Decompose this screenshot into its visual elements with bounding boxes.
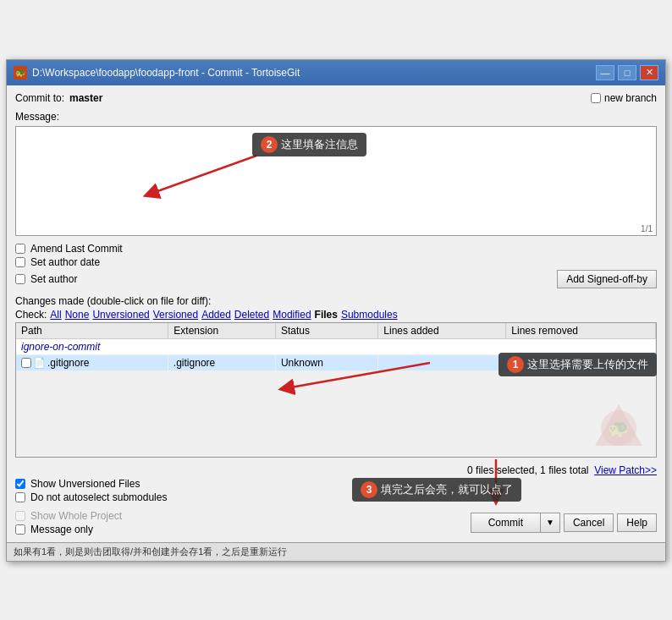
filter-added[interactable]: Added bbox=[201, 309, 231, 321]
minimize-button[interactable]: — bbox=[596, 65, 614, 80]
message-only-row: Message only bbox=[15, 524, 122, 535]
filter-row: Check: All None Unversioned Versioned Ad… bbox=[15, 309, 657, 321]
do-not-autoselect-checkbox[interactable] bbox=[15, 492, 25, 502]
annotation-one-text: 这里选择需要上传的文件 bbox=[527, 357, 648, 372]
commit-to-label: Commit to: bbox=[15, 92, 64, 104]
maximize-button[interactable]: □ bbox=[618, 65, 636, 80]
author-row: Set author Add Signed-off-by bbox=[15, 270, 657, 288]
filter-submodules[interactable]: Submodules bbox=[341, 309, 398, 321]
author-label: Set author bbox=[30, 273, 77, 285]
commit-button-group: Commit ▼ bbox=[471, 513, 560, 533]
file-status: Unknown bbox=[275, 354, 377, 371]
annotation-two-text: 这里填备注信息 bbox=[281, 137, 358, 152]
filter-versioned[interactable]: Versioned bbox=[153, 309, 198, 321]
filter-all[interactable]: All bbox=[50, 309, 61, 321]
window-title: D:\Workspace\foodapp\foodapp-front - Com… bbox=[32, 67, 300, 79]
annotation-three-text: 填完之后会亮，就可以点了 bbox=[381, 482, 513, 497]
show-whole-project-checkbox[interactable] bbox=[15, 511, 25, 521]
message-section: 1/1 2 这里填备注信息 bbox=[15, 126, 657, 236]
file-checkbox-cell: 📄 .gitignore bbox=[16, 355, 168, 371]
commit-to-row: Commit to: master new branch bbox=[15, 92, 657, 104]
new-branch-checkbox[interactable] bbox=[591, 93, 601, 103]
do-not-autoselect-row: Do not autoselect submodules bbox=[15, 491, 657, 503]
bottom-options: 0 files selected, 1 files total View Pat… bbox=[15, 464, 657, 503]
changes-section: Changes made (double-click on file for d… bbox=[15, 295, 657, 458]
title-bar: 🐢 D:\Workspace\foodapp\foodapp-front - C… bbox=[7, 60, 665, 85]
svg-text:🐢: 🐢 bbox=[608, 417, 631, 439]
new-branch-row: new branch bbox=[591, 92, 657, 104]
action-left: Show Whole Project Message only bbox=[15, 510, 122, 535]
annotation-two-bubble: 2 这里填备注信息 bbox=[252, 133, 366, 156]
action-right: 3 填完之后会亮，就可以点了 Commit ▼ Cancel Help bbox=[471, 513, 657, 533]
close-button[interactable]: ✕ bbox=[640, 65, 658, 80]
file-lines-added bbox=[378, 354, 506, 371]
options-section: Amend Last Commit Set author date Set au… bbox=[15, 243, 657, 288]
title-bar-left: 🐢 D:\Workspace\foodapp\foodapp-front - C… bbox=[14, 66, 300, 80]
check-label: Check: bbox=[15, 309, 47, 321]
file-path: .gitignore bbox=[47, 357, 89, 369]
message-only-label: Message only bbox=[30, 524, 93, 535]
branch-name: master bbox=[69, 92, 102, 104]
show-unversioned-label: Show Unversioned Files bbox=[30, 478, 140, 490]
col-path: Path bbox=[16, 323, 168, 339]
view-patch-link[interactable]: View Patch>> bbox=[594, 464, 657, 476]
author-date-row: Set author date bbox=[15, 256, 657, 268]
col-lines-removed: Lines removed bbox=[506, 323, 656, 339]
table-header-row: Path Extension Status Lines added Lines … bbox=[16, 323, 656, 339]
col-extension: Extension bbox=[168, 323, 276, 339]
title-buttons: — □ ✕ bbox=[596, 65, 658, 80]
commit-dropdown-button[interactable]: ▼ bbox=[540, 513, 560, 533]
file-table-wrapper: Path Extension Status Lines added Lines … bbox=[15, 322, 657, 458]
author-checkbox[interactable] bbox=[15, 274, 25, 284]
amend-row: Amend Last Commit bbox=[15, 243, 657, 255]
changes-label: Changes made (double-click on file for d… bbox=[15, 295, 657, 307]
help-button[interactable]: Help bbox=[617, 513, 657, 532]
amend-label: Amend Last Commit bbox=[30, 243, 123, 255]
message-only-checkbox[interactable] bbox=[15, 524, 25, 535]
files-selected-status: 0 files selected, 1 files total bbox=[467, 464, 588, 476]
cancel-button[interactable]: Cancel bbox=[564, 513, 614, 532]
window-body: Commit to: master new branch Message: 1/… bbox=[7, 85, 665, 542]
show-unversioned-row: Show Unversioned Files bbox=[15, 478, 657, 490]
col-status: Status bbox=[275, 323, 377, 339]
filter-modified[interactable]: Modified bbox=[273, 309, 311, 321]
amend-checkbox[interactable] bbox=[15, 244, 25, 254]
file-icon: 📄 bbox=[33, 357, 46, 369]
new-branch-label: new branch bbox=[604, 92, 657, 104]
main-window: 🐢 D:\Workspace\foodapp\foodapp-front - C… bbox=[6, 59, 666, 562]
status-row: 0 files selected, 1 files total View Pat… bbox=[15, 464, 657, 476]
action-row: Show Whole Project Message only 3 填完之后会亮… bbox=[15, 510, 657, 535]
col-lines-added: Lines added bbox=[378, 323, 506, 339]
footer-bar: 如果有1看，则是则击团取得/并和创建并会存1看，之后是重新运行 bbox=[7, 542, 665, 561]
filter-deleted[interactable]: Deleted bbox=[234, 309, 269, 321]
do-not-autoselect-label: Do not autoselect submodules bbox=[30, 491, 167, 503]
message-label: Message: bbox=[15, 111, 657, 123]
filter-none[interactable]: None bbox=[65, 309, 90, 321]
annotation-one-bubble: 1 这里选择需要上传的文件 bbox=[498, 353, 657, 376]
file-extension: .gitignore bbox=[168, 354, 276, 371]
tortoise-watermark: 🐢 bbox=[589, 398, 648, 458]
annotation-three-number: 3 bbox=[361, 481, 377, 498]
message-counter: 1/1 bbox=[641, 224, 653, 233]
annotation-one-number: 1 bbox=[507, 356, 524, 373]
file-checkbox[interactable] bbox=[21, 358, 31, 368]
author-date-checkbox[interactable] bbox=[15, 257, 25, 267]
filter-unversioned[interactable]: Unversioned bbox=[92, 309, 149, 321]
add-signed-off-button[interactable]: Add Signed-off-by bbox=[557, 270, 657, 288]
show-unversioned-checkbox[interactable] bbox=[15, 479, 25, 489]
commit-button[interactable]: Commit bbox=[471, 513, 540, 533]
annotation-two-number: 2 bbox=[261, 136, 278, 153]
author-date-label: Set author date bbox=[30, 256, 100, 268]
app-icon: 🐢 bbox=[14, 66, 27, 80]
filter-files[interactable]: Files bbox=[315, 309, 338, 321]
annotation-three-bubble: 3 填完之后会亮，就可以点了 bbox=[352, 478, 521, 502]
show-whole-project-label: Show Whole Project bbox=[30, 510, 122, 522]
show-whole-project-row: Show Whole Project bbox=[15, 510, 122, 522]
